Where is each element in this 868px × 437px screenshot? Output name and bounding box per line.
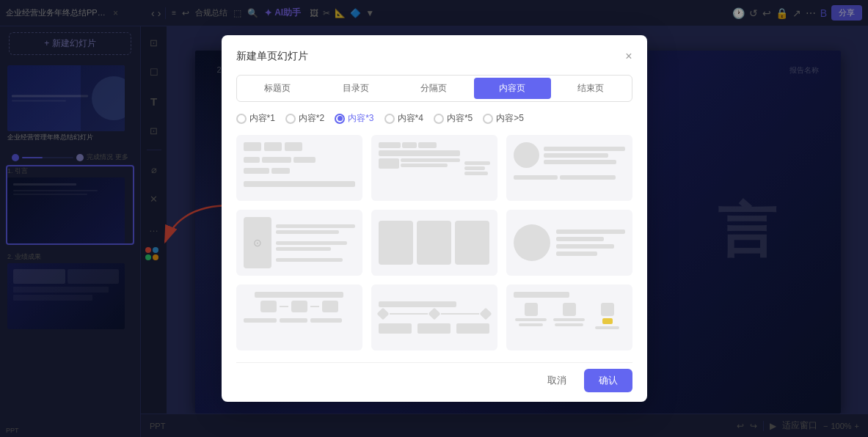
tpl-highlight-block <box>602 318 613 324</box>
radio-label-3: 内容*3 <box>348 112 373 125</box>
tpl-icon-sq <box>601 303 614 316</box>
tpl-block <box>544 160 617 164</box>
tpl-big-circle <box>514 224 550 261</box>
radio-label-4: 内容*4 <box>398 112 423 125</box>
tpl-image-block: ⊙ <box>244 217 271 268</box>
tpl-layout <box>514 217 625 268</box>
radio-content-3[interactable]: 内容*3 <box>335 112 373 125</box>
new-slide-dialog: 新建单页幻灯片 × 标题页 目录页 分隔页 内容页 结束页 内容*1 内容*2 <box>222 35 647 402</box>
tpl-connector <box>280 306 288 307</box>
tpl-block <box>544 153 609 158</box>
radio-circle-2 <box>285 114 296 124</box>
tpl-right-lines <box>276 217 355 268</box>
template-card-1[interactable] <box>236 135 362 201</box>
confirm-button[interactable]: 确认 <box>584 369 632 392</box>
tpl-icon-col-3 <box>590 303 625 343</box>
tpl-block <box>514 175 558 180</box>
tpl-block <box>310 318 342 323</box>
radio-content-4[interactable]: 内容*4 <box>384 112 423 125</box>
radio-circle-4 <box>384 114 395 124</box>
tpl-flow-row <box>244 301 355 312</box>
tpl-flow <box>244 292 355 323</box>
tpl-block <box>285 142 302 151</box>
radio-content-2[interactable]: 内容*2 <box>285 112 324 125</box>
tpl-block <box>519 323 544 326</box>
tpl-sub-block <box>417 323 451 334</box>
tpl-row-3 <box>244 168 355 174</box>
tpl-block <box>244 318 277 323</box>
tpl-line <box>441 313 479 315</box>
tpl-line <box>390 313 428 315</box>
tpl-lines <box>556 229 625 256</box>
tpl-connector <box>310 306 319 307</box>
template-grid: ⊙ <box>236 135 632 350</box>
template-card-8[interactable] <box>371 284 497 350</box>
tpl-block <box>556 229 625 234</box>
dialog-footer: 取消 确认 <box>236 362 632 392</box>
radio-label-5: 内容*5 <box>447 112 473 125</box>
tpl-block <box>544 147 625 151</box>
tpl-box-1 <box>379 221 413 265</box>
tpl-block <box>276 230 339 234</box>
tpl-block <box>556 244 615 249</box>
tpl-col-right <box>464 142 490 194</box>
tpl-block <box>401 158 460 162</box>
tpl-block <box>401 164 448 167</box>
tab-catalog[interactable]: 目录页 <box>317 78 394 99</box>
template-card-5[interactable] <box>371 210 497 276</box>
tpl-block <box>556 251 597 256</box>
dialog-header: 新建单页幻灯片 × <box>236 50 632 63</box>
tab-content[interactable]: 内容页 <box>474 78 551 99</box>
tpl-icon-sq <box>563 303 576 316</box>
tpl-block <box>255 292 344 298</box>
tpl-block <box>553 318 585 321</box>
tpl-block <box>515 318 547 321</box>
tpl-diamonds <box>379 292 490 343</box>
template-card-9[interactable] <box>506 284 632 350</box>
cancel-button[interactable]: 取消 <box>536 370 578 392</box>
tab-end[interactable]: 结束页 <box>552 78 630 99</box>
tpl-block <box>418 142 437 148</box>
dialog-title: 新建单页幻灯片 <box>236 50 308 63</box>
tpl-block <box>276 241 347 245</box>
tpl-node <box>291 301 307 312</box>
template-card-3[interactable] <box>506 135 632 201</box>
tpl-col-left <box>379 142 460 194</box>
tab-bar: 标题页 目录页 分隔页 内容页 结束页 <box>236 75 632 102</box>
dialog-close-button[interactable]: × <box>625 50 632 63</box>
tpl-block <box>402 142 417 148</box>
tpl-block <box>276 224 355 228</box>
tpl-sub-row <box>244 318 355 323</box>
tpl-block <box>556 237 605 241</box>
tpl-row-2 <box>244 157 355 163</box>
radio-content-1[interactable]: 内容*1 <box>236 112 275 125</box>
tpl-block <box>244 168 269 174</box>
template-card-2[interactable] <box>371 135 497 201</box>
radio-content-6[interactable]: 内容>5 <box>483 112 524 125</box>
tpl-layout: ⊙ <box>244 217 355 268</box>
radio-circle-5 <box>434 114 444 124</box>
template-card-6[interactable] <box>506 210 632 276</box>
tpl-row <box>244 142 355 151</box>
tpl-box-3 <box>455 221 489 265</box>
radio-circle-3 <box>335 114 345 124</box>
template-card-7[interactable] <box>236 284 362 350</box>
tab-section[interactable]: 分隔页 <box>395 78 473 99</box>
radio-group: 内容*1 内容*2 内容*3 内容*4 内容*5 <box>236 112 632 125</box>
tpl-node <box>260 301 277 312</box>
tpl-block <box>555 323 583 326</box>
radio-circle-6 <box>483 114 493 124</box>
tpl-sub-block <box>379 323 412 334</box>
tab-cover[interactable]: 标题页 <box>239 78 316 99</box>
tpl-mid-row <box>379 158 460 169</box>
radio-circle-1 <box>236 114 247 124</box>
radio-dot-3 <box>338 116 343 121</box>
tpl-row-4 <box>244 181 355 187</box>
tpl-icons-text <box>514 292 625 343</box>
tpl-block <box>379 301 456 307</box>
tpl-block <box>379 150 460 156</box>
template-card-4[interactable]: ⊙ <box>236 210 362 276</box>
tpl-block <box>244 142 261 151</box>
tpl-diamond <box>428 308 440 320</box>
radio-content-5[interactable]: 内容*5 <box>434 112 473 125</box>
